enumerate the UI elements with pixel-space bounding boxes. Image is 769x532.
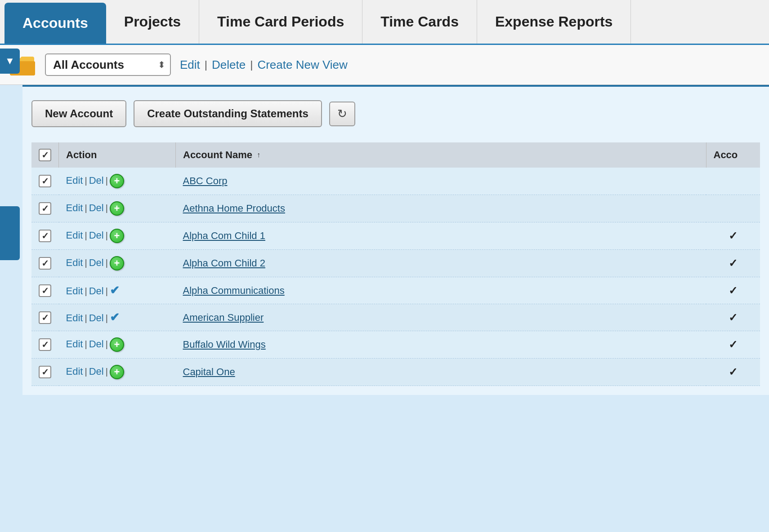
- row-checkbox[interactable]: [39, 366, 51, 378]
- header-checkbox-cell: [31, 142, 59, 168]
- left-sidebar-tab[interactable]: [0, 206, 20, 260]
- add-icon[interactable]: +: [110, 256, 124, 270]
- separator-2: |: [250, 58, 253, 71]
- add-icon[interactable]: +: [110, 337, 124, 352]
- account-name-cell: Buffalo Wild Wings: [176, 331, 706, 359]
- acco-checkmark: ✓: [729, 230, 738, 242]
- row-checkbox[interactable]: [39, 257, 51, 270]
- action-sep-2: |: [106, 339, 108, 349]
- action-sep-2: |: [106, 286, 108, 296]
- edit-link[interactable]: Edit: [66, 202, 83, 213]
- row-checkbox[interactable]: [39, 284, 51, 297]
- table-row: Edit|Del|✔Alpha Communications✓: [31, 277, 760, 304]
- del-link[interactable]: Del: [89, 366, 104, 377]
- refresh-button[interactable]: ↻: [329, 102, 355, 126]
- table-row: Edit|Del|+ABC Corp: [31, 168, 760, 195]
- account-name-link[interactable]: American Supplier: [183, 312, 264, 323]
- account-name-link[interactable]: Alpha Communications: [183, 285, 285, 296]
- nav-expensereports[interactable]: Expense Reports: [477, 0, 631, 44]
- acco-checkmark: ✓: [729, 366, 738, 378]
- action-cell: Edit|Del|+: [59, 331, 176, 359]
- acco-cell: [706, 168, 760, 195]
- table-row: Edit|Del|+Capital One✓: [31, 359, 760, 386]
- header-account-name[interactable]: Account Name ↑: [176, 142, 706, 168]
- chevron-down-icon: ▼: [5, 55, 15, 67]
- sidebar-toggle[interactable]: ▼: [0, 49, 20, 74]
- del-link[interactable]: Del: [89, 257, 104, 268]
- account-name-cell: Capital One: [176, 359, 706, 386]
- row-checkbox[interactable]: [39, 338, 51, 351]
- action-sep: |: [85, 203, 87, 213]
- toolbar-actions: Edit | Delete | Create New View: [180, 58, 348, 72]
- edit-link[interactable]: Edit: [66, 230, 83, 241]
- delete-link[interactable]: Delete: [212, 58, 246, 72]
- acco-cell: ✓: [706, 359, 760, 386]
- table-row: Edit|Del|+Buffalo Wild Wings✓: [31, 331, 760, 359]
- acco-checkmark: ✓: [729, 284, 738, 297]
- nav-timecards[interactable]: Time Cards: [362, 0, 477, 44]
- edit-link[interactable]: Edit: [180, 58, 200, 72]
- acco-checkmark: ✓: [729, 311, 738, 324]
- del-link[interactable]: Del: [89, 175, 104, 186]
- view-select-dropdown[interactable]: All Accounts: [45, 53, 171, 76]
- account-name-link[interactable]: ABC Corp: [183, 175, 228, 186]
- select-all-checkbox[interactable]: [39, 149, 51, 161]
- main-content: New Account Create Outstanding Statement…: [0, 85, 769, 395]
- create-statements-button[interactable]: Create Outstanding Statements: [134, 100, 322, 127]
- account-name-link[interactable]: Buffalo Wild Wings: [183, 339, 266, 350]
- acco-cell: ✓: [706, 304, 760, 331]
- nav-accounts[interactable]: Accounts: [4, 3, 106, 44]
- add-icon[interactable]: +: [110, 229, 124, 243]
- edit-link[interactable]: Edit: [66, 175, 83, 186]
- table-row: Edit|Del|+Alpha Com Child 1✓: [31, 222, 760, 250]
- view-selector[interactable]: All Accounts ⬍: [45, 53, 171, 76]
- nav-timecardperiods[interactable]: Time Card Periods: [199, 0, 362, 44]
- row-checkbox[interactable]: [39, 230, 51, 242]
- del-link[interactable]: Del: [89, 338, 104, 350]
- del-link[interactable]: Del: [89, 312, 104, 324]
- add-icon[interactable]: +: [110, 174, 124, 188]
- account-name-link[interactable]: Alpha Com Child 2: [183, 257, 265, 269]
- row-checkbox[interactable]: [39, 311, 51, 324]
- acco-cell: ✓: [706, 277, 760, 304]
- nav-projects[interactable]: Projects: [106, 0, 199, 44]
- edit-link[interactable]: Edit: [66, 366, 83, 377]
- account-name-link[interactable]: Alpha Com Child 1: [183, 230, 265, 241]
- action-sep-2: |: [106, 176, 108, 186]
- new-account-button[interactable]: New Account: [31, 100, 126, 127]
- account-name-cell: Aethna Home Products: [176, 195, 706, 222]
- action-cell: Edit|Del|+: [59, 359, 176, 386]
- action-sep: |: [85, 286, 87, 296]
- account-name-cell: ABC Corp: [176, 168, 706, 195]
- row-checkbox[interactable]: [39, 175, 51, 187]
- acco-cell: ✓: [706, 331, 760, 359]
- table-row: Edit|Del|+Alpha Com Child 2✓: [31, 250, 760, 277]
- account-name-link[interactable]: Aethna Home Products: [183, 203, 285, 214]
- add-icon[interactable]: +: [110, 201, 124, 216]
- table-row: Edit|Del|✔American Supplier✓: [31, 304, 760, 331]
- add-icon[interactable]: +: [110, 365, 124, 379]
- refresh-icon: ↻: [337, 107, 347, 120]
- edit-link[interactable]: Edit: [66, 338, 83, 350]
- header-action: Action: [59, 142, 176, 168]
- acco-checkmark: ✓: [729, 257, 738, 269]
- action-cell: Edit|Del|+: [59, 195, 176, 222]
- action-sep: |: [85, 176, 87, 186]
- action-sep: |: [85, 313, 87, 323]
- del-link[interactable]: Del: [89, 202, 104, 213]
- action-sep: |: [85, 367, 87, 377]
- row-checkbox[interactable]: [39, 202, 51, 215]
- del-link[interactable]: Del: [89, 285, 104, 297]
- action-sep: |: [85, 339, 87, 349]
- accounts-table: Action Account Name ↑ Acco Edit|Del|+ABC…: [31, 142, 760, 386]
- action-sep-2: |: [106, 367, 108, 377]
- edit-link[interactable]: Edit: [66, 312, 83, 324]
- action-cell: Edit|Del|✔: [59, 304, 176, 331]
- del-link[interactable]: Del: [89, 230, 104, 241]
- check-icon: ✔: [110, 284, 120, 297]
- account-name-link[interactable]: Capital One: [183, 366, 235, 377]
- edit-link[interactable]: Edit: [66, 285, 83, 297]
- create-new-view-link[interactable]: Create New View: [257, 58, 347, 72]
- check-icon: ✔: [110, 310, 120, 324]
- edit-link[interactable]: Edit: [66, 257, 83, 268]
